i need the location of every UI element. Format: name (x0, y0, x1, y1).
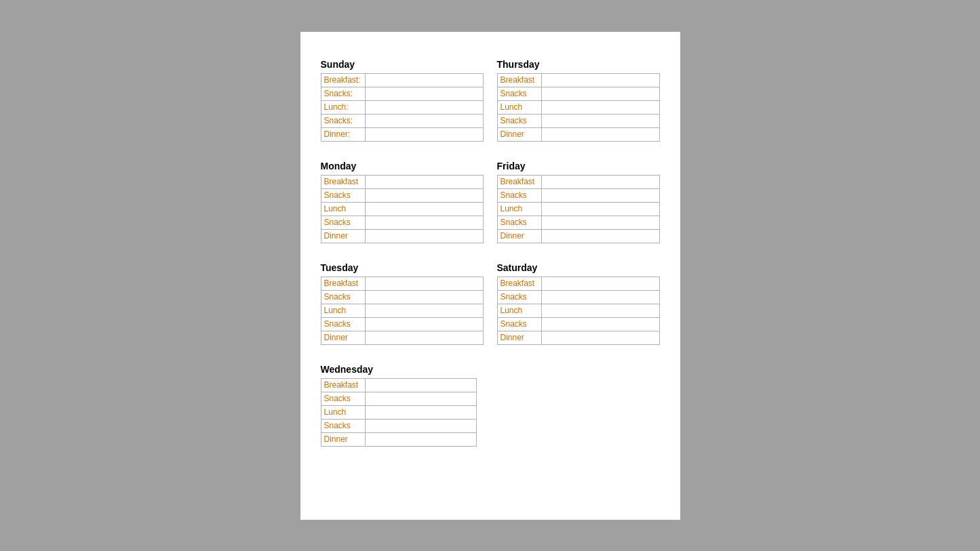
table-row: Breakfast (497, 277, 659, 290)
snacks2-value[interactable] (365, 317, 483, 331)
lunch-label: Lunch (321, 304, 365, 317)
tuesday-section: Tuesday Breakfast Snacks Lunch Snacks (321, 262, 484, 345)
snacks2-value[interactable] (365, 419, 476, 432)
table-row: Lunch: (321, 100, 483, 114)
lunch-value[interactable] (365, 100, 483, 114)
snacks-value[interactable] (365, 392, 476, 405)
dinner-label: Dinner (321, 331, 365, 344)
snacks-value[interactable] (365, 87, 483, 100)
lunch-value[interactable] (541, 100, 659, 114)
breakfast-value[interactable] (541, 175, 659, 188)
snacks2-value[interactable] (365, 216, 483, 229)
lunch-label: Lunch (497, 202, 541, 216)
thursday-section: Thursday Breakfast Snacks Lunch Snacks (497, 59, 660, 142)
dinner-value[interactable] (365, 432, 476, 446)
saturday-table: Breakfast Snacks Lunch Snacks Dinner (497, 277, 660, 345)
table-row: Snacks (321, 188, 483, 202)
table-row: Lunch (321, 304, 483, 317)
table-row: Snacks (321, 317, 483, 331)
snacks-label: Snacks (321, 392, 365, 405)
table-row: Lunch (321, 405, 476, 419)
snacks2-label: Snacks (497, 216, 541, 229)
table-row: Breakfast (497, 73, 659, 87)
dinner-label: Dinner (321, 229, 365, 243)
sunday-section: Sunday Breakfast: Snacks: Lunch: Snacks: (321, 59, 484, 142)
thursday-title: Thursday (497, 59, 660, 70)
table-row: Dinner (321, 432, 476, 446)
page: Sunday Breakfast: Snacks: Lunch: Snacks: (300, 32, 680, 520)
breakfast-value[interactable] (365, 277, 483, 290)
table-row: Lunch (497, 100, 659, 114)
snacks-label: Snacks: (321, 87, 365, 100)
breakfast-value[interactable] (365, 378, 476, 392)
lunch-value[interactable] (365, 405, 476, 419)
breakfast-value[interactable] (365, 73, 483, 87)
table-row: Snacks (497, 188, 659, 202)
dinner-value[interactable] (365, 127, 483, 141)
row-3: Tuesday Breakfast Snacks Lunch Snacks (321, 262, 660, 345)
lunch-label: Lunch (497, 100, 541, 114)
dinner-value[interactable] (365, 229, 483, 243)
snacks2-label: Snacks (321, 419, 365, 432)
snacks-value[interactable] (541, 87, 659, 100)
snacks2-label: Snacks (321, 317, 365, 331)
table-row: Snacks (497, 87, 659, 100)
snacks-value[interactable] (541, 188, 659, 202)
snacks-label: Snacks (321, 290, 365, 304)
monday-table: Breakfast Snacks Lunch Snacks Dinner (321, 175, 484, 243)
snacks2-value[interactable] (365, 114, 483, 127)
lunch-value[interactable] (541, 202, 659, 216)
table-row: Lunch (321, 202, 483, 216)
snacks2-value[interactable] (541, 216, 659, 229)
dinner-value[interactable] (365, 331, 483, 344)
breakfast-value[interactable] (541, 73, 659, 87)
table-row: Snacks (497, 290, 659, 304)
dinner-value[interactable] (541, 331, 659, 344)
breakfast-label: Breakfast: (321, 73, 365, 87)
snacks2-label: Snacks (321, 216, 365, 229)
lunch-value[interactable] (365, 202, 483, 216)
dinner-label: Dinner (497, 229, 541, 243)
breakfast-value[interactable] (541, 277, 659, 290)
table-row: Snacks (497, 216, 659, 229)
wednesday-table: Breakfast Snacks Lunch Snacks Dinner (321, 378, 477, 447)
dinner-label: Dinner (497, 127, 541, 141)
table-row: Lunch (497, 202, 659, 216)
sunday-title: Sunday (321, 59, 484, 70)
row-4: Wednesday Breakfast Snacks Lunch Snacks (321, 364, 660, 447)
dinner-label: Dinner (497, 331, 541, 344)
snacks2-value[interactable] (541, 114, 659, 127)
table-row: Snacks (321, 419, 476, 432)
friday-title: Friday (497, 161, 660, 171)
lunch-label: Lunch (497, 304, 541, 317)
snacks2-label: Snacks: (321, 114, 365, 127)
snacks-label: Snacks (497, 290, 541, 304)
breakfast-value[interactable] (365, 175, 483, 188)
dinner-value[interactable] (541, 229, 659, 243)
table-row: Dinner (497, 229, 659, 243)
breakfast-label: Breakfast (497, 175, 541, 188)
row-2: Monday Breakfast Snacks Lunch Snacks (321, 161, 660, 243)
snacks-label: Snacks (497, 87, 541, 100)
table-row: Breakfast: (321, 73, 483, 87)
breakfast-label: Breakfast (497, 73, 541, 87)
snacks-value[interactable] (365, 290, 483, 304)
lunch-value[interactable] (541, 304, 659, 317)
lunch-value[interactable] (365, 304, 483, 317)
friday-table: Breakfast Snacks Lunch Snacks Dinner (497, 175, 660, 243)
snacks-label: Snacks (321, 188, 365, 202)
snacks-value[interactable] (541, 290, 659, 304)
breakfast-label: Breakfast (321, 378, 365, 392)
dinner-value[interactable] (541, 127, 659, 141)
table-row: Snacks (321, 392, 476, 405)
tuesday-table: Breakfast Snacks Lunch Snacks Dinner (321, 277, 484, 345)
table-row: Dinner: (321, 127, 483, 141)
snacks-value[interactable] (365, 188, 483, 202)
lunch-label: Lunch: (321, 100, 365, 114)
monday-title: Monday (321, 161, 484, 171)
snacks2-value[interactable] (541, 317, 659, 331)
tuesday-title: Tuesday (321, 262, 484, 273)
wednesday-title: Wednesday (321, 364, 477, 375)
table-row: Snacks (497, 317, 659, 331)
table-row: Snacks (321, 216, 483, 229)
